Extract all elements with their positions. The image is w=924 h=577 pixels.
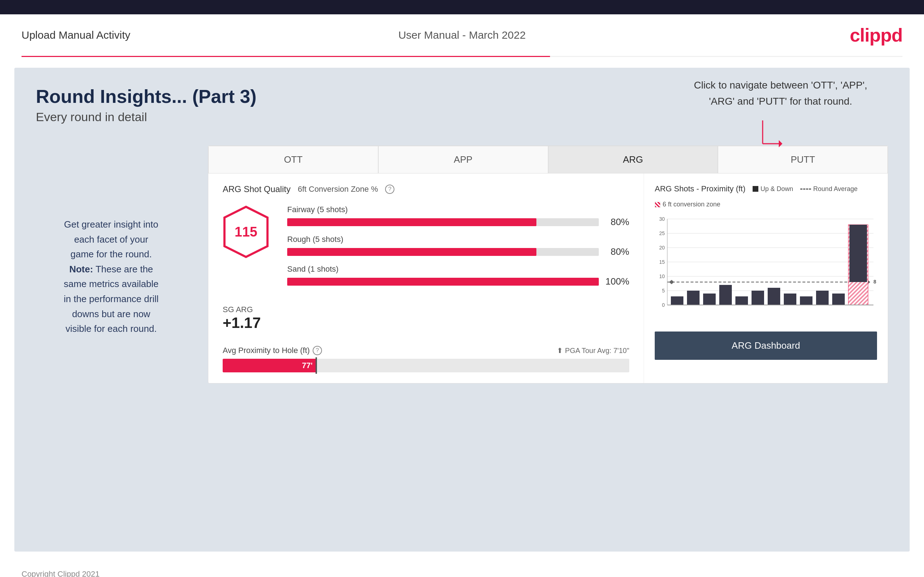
stats-header-label: ARG Shot Quality xyxy=(223,184,291,194)
proximity-info-icon[interactable]: ? xyxy=(313,346,322,355)
bar-10 xyxy=(816,291,829,305)
shot-bar-track-rough xyxy=(287,248,599,256)
legend-conversion-label: 6 ft conversion zone xyxy=(662,201,720,208)
content-layout: Get greater insight into each facet of y… xyxy=(36,145,888,384)
shot-bar-track-fairway xyxy=(287,218,599,226)
top-bar xyxy=(0,0,924,15)
copyright: Copyright Clippd 2021 xyxy=(21,569,100,577)
shot-quality-bars: Fairway (5 shots) 80% xyxy=(287,205,629,294)
svg-marker-2 xyxy=(779,140,782,147)
manual-label: User Manual - March 2022 xyxy=(398,29,526,41)
chart-svg: 0 5 10 15 20 25 30 xyxy=(655,215,877,323)
proximity-label-text: Avg Proximity to Hole (ft) xyxy=(223,346,310,355)
chart-svg-container: 0 5 10 15 20 25 30 xyxy=(655,215,877,324)
shot-bar-fill-sand xyxy=(287,278,599,285)
note-bold: Note: xyxy=(69,264,93,274)
shot-row-sand: Sand (1 shots) 100% xyxy=(287,264,629,287)
main-card: OTT APP ARG PUTT ARG Shot Quality 6ft Co… xyxy=(208,145,888,384)
nav-hint: Click to navigate between 'OTT', 'APP', … xyxy=(691,77,870,110)
bar-9 xyxy=(800,297,813,305)
dashboard-button[interactable]: ARG Dashboard xyxy=(655,332,877,360)
proximity-header: Avg Proximity to Hole (ft) ? ⬆ PGA Tour … xyxy=(223,346,629,355)
shot-bar-fill-fairway xyxy=(287,218,536,226)
legend-round-avg-icon xyxy=(800,189,811,190)
left-panel: Get greater insight into each facet of y… xyxy=(36,145,186,384)
bar-2 xyxy=(687,291,699,305)
svg-text:30: 30 xyxy=(659,216,665,222)
svg-text:8: 8 xyxy=(874,279,876,285)
shot-pct-rough: 80% xyxy=(604,246,629,257)
hex-badge: 115 xyxy=(223,205,269,259)
logo: clippd xyxy=(850,24,903,46)
upload-label: Upload Manual Activity xyxy=(21,29,131,41)
chart-title: ARG Shots - Proximity (ft) xyxy=(655,184,745,193)
nav-hint-line1: Click to navigate between 'OTT', 'APP', xyxy=(694,79,867,91)
stats-panel: ARG Shot Quality 6ft Conversion Zone % ?… xyxy=(208,174,644,383)
legend-up-down-label: Up & Down xyxy=(761,185,793,193)
legend-conversion: 6 ft conversion zone xyxy=(655,201,720,208)
left-description: Get greater insight into each facet of y… xyxy=(36,217,186,337)
tab-putt[interactable]: PUTT xyxy=(718,146,888,173)
main-content: Round Insights... (Part 3) Every round i… xyxy=(15,68,909,551)
bar-12-dark xyxy=(850,225,867,282)
shot-bar-track-sand xyxy=(287,278,599,285)
svg-text:20: 20 xyxy=(659,245,665,250)
info-icon[interactable]: ? xyxy=(385,185,394,194)
shot-label-rough: Rough (5 shots) xyxy=(287,235,629,244)
svg-text:10: 10 xyxy=(659,274,665,279)
hex-number: 115 xyxy=(234,224,257,240)
shot-bar-fairway: 80% xyxy=(287,216,629,227)
bar-7 xyxy=(768,288,780,305)
legend-round-avg: Round Average xyxy=(800,185,858,193)
header: Upload Manual Activity User Manual - Mar… xyxy=(0,15,924,56)
shot-label-fairway: Fairway (5 shots) xyxy=(287,205,629,214)
tab-ott[interactable]: OTT xyxy=(208,146,378,173)
bar-6 xyxy=(751,291,764,305)
bar-4 xyxy=(719,285,732,305)
footer: Copyright Clippd 2021 xyxy=(0,562,924,577)
bar-1 xyxy=(671,297,683,305)
bar-5 xyxy=(735,297,748,305)
proximity-bar-track: 77' xyxy=(223,359,629,372)
proximity-value: 77' xyxy=(302,361,313,370)
header-divider xyxy=(21,56,903,57)
shot-bar-fill-rough xyxy=(287,248,536,256)
hex-badge-container: 115 Fairway (5 shots) xyxy=(223,205,629,294)
bar-3 xyxy=(703,293,716,305)
legend-round-avg-label: Round Average xyxy=(813,185,858,193)
proximity-section: Avg Proximity to Hole (ft) ? ⬆ PGA Tour … xyxy=(223,346,629,372)
chart-panel: ARG Shots - Proximity (ft) Up & Down Rou… xyxy=(644,174,888,383)
shot-bar-rough: 80% xyxy=(287,246,629,257)
chart-header: ARG Shots - Proximity (ft) Up & Down Rou… xyxy=(655,184,877,208)
nav-hint-line2: 'ARG' and 'PUTT' for that round. xyxy=(709,96,852,107)
legend-up-down: Up & Down xyxy=(753,185,793,193)
tab-app[interactable]: APP xyxy=(378,146,548,173)
bar-11 xyxy=(832,293,845,305)
svg-text:0: 0 xyxy=(662,302,665,308)
stats-header: ARG Shot Quality 6ft Conversion Zone % ? xyxy=(223,184,629,194)
shot-pct-sand: 100% xyxy=(604,276,629,287)
proximity-cursor xyxy=(315,357,317,374)
bar-8 xyxy=(784,293,796,305)
shot-row-fairway: Fairway (5 shots) 80% xyxy=(287,205,629,227)
sg-label: SG ARG xyxy=(223,305,629,314)
svg-text:15: 15 xyxy=(659,259,665,265)
tab-arg[interactable]: ARG xyxy=(548,146,718,173)
legend-conversion-icon xyxy=(655,202,661,208)
arrow-pointer xyxy=(752,121,788,158)
svg-text:5: 5 xyxy=(662,288,665,293)
shot-pct-fairway: 80% xyxy=(604,216,629,227)
shot-label-sand: Sand (1 shots) xyxy=(287,264,629,274)
card-body: ARG Shot Quality 6ft Conversion Zone % ?… xyxy=(208,174,888,383)
sg-value: +1.17 xyxy=(223,314,629,332)
svg-text:25: 25 xyxy=(659,230,665,236)
shot-row-rough: Rough (5 shots) 80% xyxy=(287,235,629,257)
proximity-bar-fill: 77' xyxy=(223,359,316,372)
svg-marker-19 xyxy=(669,280,674,284)
right-section: Click to navigate between 'OTT', 'APP', … xyxy=(208,145,888,384)
legend-items: Up & Down Round Average xyxy=(753,185,858,193)
conversion-label: 6ft Conversion Zone % xyxy=(297,185,378,194)
shot-bar-sand: 100% xyxy=(287,276,629,287)
proximity-label: Avg Proximity to Hole (ft) ? xyxy=(223,346,322,355)
pga-avg: ⬆ PGA Tour Avg: 7'10" xyxy=(557,346,629,355)
